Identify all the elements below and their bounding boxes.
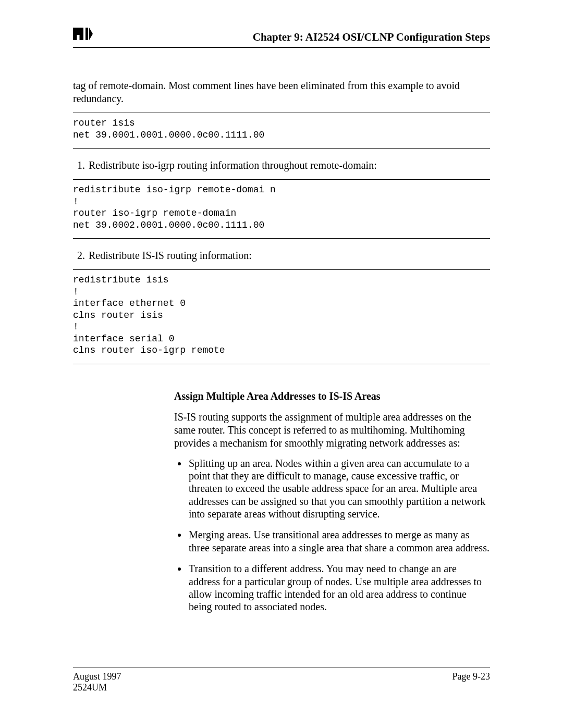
footer-date: August 1997 bbox=[73, 671, 121, 682]
section-block: Assign Multiple Area Addresses to IS-IS … bbox=[174, 390, 490, 613]
code-divider-bottom-2 bbox=[73, 238, 490, 239]
intro-paragraph: tag of remote-domain. Most comment lines… bbox=[73, 79, 490, 105]
numbered-list-2: Redistribute IS-IS routing information: bbox=[73, 249, 490, 262]
footer-row: August 1997 2524UM Page 9-23 bbox=[73, 671, 490, 694]
section-paragraph: IS-IS routing supports the assignment of… bbox=[174, 411, 490, 450]
section-heading: Assign Multiple Area Addresses to IS-IS … bbox=[174, 390, 490, 402]
footer-page-label: Page 9-23 bbox=[452, 671, 490, 694]
code-block-3: redistribute isis ! interface ethernet 0… bbox=[73, 274, 490, 356]
page: Chapter 9: AI2524 OSI/CLNP Configuration… bbox=[0, 0, 563, 653]
svg-rect-2 bbox=[85, 28, 88, 40]
code-divider-bottom-1 bbox=[73, 148, 490, 149]
code-divider-top-3 bbox=[73, 269, 490, 270]
code-block-1: router isis net 39.0001.0001.0000.0c00.1… bbox=[73, 117, 490, 141]
svg-rect-1 bbox=[77, 35, 80, 40]
code-block-2: redistribute iso-igrp remote-domai n ! r… bbox=[73, 184, 490, 231]
code-divider-bottom-3 bbox=[73, 364, 490, 364]
list-item: Merging areas. Use transitional area add… bbox=[188, 528, 490, 554]
bullet-list: Splitting up an area. Nodes within a giv… bbox=[174, 457, 490, 613]
header-divider bbox=[73, 47, 490, 48]
list-item: Redistribute iso-igrp routing informatio… bbox=[88, 159, 490, 172]
footer-left: August 1997 2524UM bbox=[73, 671, 121, 694]
chapter-title: Chapter 9: AI2524 OSI/CLNP Configuration… bbox=[253, 31, 490, 44]
page-footer: August 1997 2524UM Page 9-23 bbox=[73, 668, 490, 694]
list-item: Redistribute IS-IS routing information: bbox=[88, 249, 490, 262]
code-divider-top-2 bbox=[73, 179, 490, 180]
svg-marker-3 bbox=[89, 28, 93, 40]
numbered-list-1: Redistribute iso-igrp routing informatio… bbox=[73, 159, 490, 172]
code-divider-top-1 bbox=[73, 113, 490, 113]
footer-doc-id: 2524UM bbox=[73, 682, 107, 693]
footer-divider bbox=[73, 668, 490, 668]
list-item: Splitting up an area. Nodes within a giv… bbox=[188, 457, 490, 521]
page-header: Chapter 9: AI2524 OSI/CLNP Configuration… bbox=[73, 26, 490, 44]
list-item: Transition to a different address. You m… bbox=[188, 562, 490, 613]
logo-icon bbox=[73, 26, 93, 44]
